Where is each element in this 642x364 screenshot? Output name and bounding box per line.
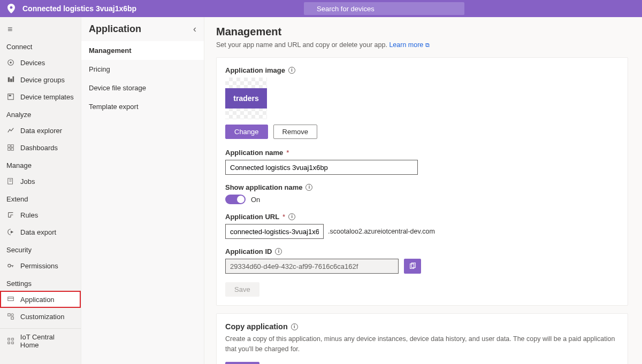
nav-iot-central-home[interactable]: IoT Central Home xyxy=(0,329,81,353)
search-input[interactable] xyxy=(304,2,464,15)
svg-rect-2 xyxy=(8,78,10,82)
app-id-input[interactable] xyxy=(225,259,399,274)
copy-button[interactable]: Copy xyxy=(225,362,259,365)
svg-rect-24 xyxy=(8,342,10,344)
app-url-input[interactable] xyxy=(225,224,324,239)
rules-icon xyxy=(6,211,15,219)
subnav: Application ‹ Management Pricing Device … xyxy=(81,17,204,364)
show-app-name-label: Show application name i xyxy=(225,183,619,191)
nav-label: Device groups xyxy=(20,76,65,84)
required-star: * xyxy=(282,213,285,221)
copy-section-title: Copy application i xyxy=(225,322,619,331)
jobs-icon xyxy=(6,177,15,185)
subnav-management[interactable]: Management xyxy=(81,41,204,60)
app-name-input[interactable] xyxy=(225,160,418,175)
svg-point-1 xyxy=(10,61,12,64)
svg-rect-3 xyxy=(10,79,12,82)
nav-application[interactable]: Application xyxy=(0,291,81,308)
nav-jobs[interactable]: Jobs xyxy=(0,173,81,190)
show-app-name-toggle[interactable] xyxy=(225,195,246,204)
nav-label: Device templates xyxy=(20,93,74,101)
export-icon xyxy=(6,228,15,236)
nav-dashboards[interactable]: Dashboards xyxy=(0,139,81,156)
customize-icon xyxy=(6,312,15,321)
subnav-pricing[interactable]: Pricing xyxy=(81,60,204,79)
copy-section-desc: Create a copy of this application, minus… xyxy=(225,334,619,354)
nav-label: Permissions xyxy=(20,262,58,270)
template-icon xyxy=(6,92,15,101)
nav-data-export[interactable]: Data export xyxy=(0,223,81,241)
nav-label: Rules xyxy=(20,211,38,219)
change-button[interactable]: Change xyxy=(225,125,268,139)
section-security: Security xyxy=(0,241,81,257)
svg-rect-9 xyxy=(8,148,10,150)
toggle-state: On xyxy=(251,196,260,204)
svg-rect-6 xyxy=(9,95,11,97)
svg-rect-10 xyxy=(11,148,13,150)
app-image-content: traders xyxy=(225,88,267,109)
copy-icon xyxy=(409,262,416,270)
nav-label: Customization xyxy=(20,313,64,321)
learn-more-link[interactable]: Learn more xyxy=(389,41,423,49)
section-analyze: Analyze xyxy=(0,105,81,122)
nav-label: Devices xyxy=(20,59,45,67)
nav-device-groups[interactable]: Device groups xyxy=(0,71,81,88)
dashboard-icon xyxy=(6,143,15,152)
subnav-device-file-storage[interactable]: Device file storage xyxy=(81,79,204,97)
subnav-template-export[interactable]: Template export xyxy=(81,97,204,116)
location-pin-icon xyxy=(6,4,16,13)
section-settings: Settings xyxy=(0,274,81,291)
app-url-suffix: .scootaloo2.azureiotcentral-dev.com xyxy=(328,228,435,235)
line-chart-icon xyxy=(6,126,15,135)
copy-card: Copy application i Create a copy of this… xyxy=(216,313,628,364)
page-subtitle: Set your app name and URL and copy or de… xyxy=(216,41,630,49)
nav-data-explorer[interactable]: Data explorer xyxy=(0,122,81,139)
chevron-left-icon[interactable]: ‹ xyxy=(193,24,196,35)
app-icon xyxy=(6,295,15,304)
nav-label: Data explorer xyxy=(20,127,62,135)
app-image-label: Application image i xyxy=(225,66,619,74)
nav-rules[interactable]: Rules xyxy=(0,206,81,223)
svg-rect-5 xyxy=(8,94,14,100)
nav-devices[interactable]: Devices xyxy=(0,54,81,71)
svg-rect-20 xyxy=(11,317,13,319)
remove-button[interactable]: Remove xyxy=(273,125,317,139)
section-connect: Connect xyxy=(0,37,81,54)
nav-label: Dashboards xyxy=(20,144,58,152)
subnav-title: Application xyxy=(89,24,141,35)
groups-icon xyxy=(6,75,15,84)
section-manage: Manage xyxy=(0,156,81,173)
hamburger-icon[interactable]: ≡ xyxy=(0,21,81,37)
sidebar: ≡ Connect Devices Device groups Device t… xyxy=(0,17,81,364)
svg-rect-4 xyxy=(13,76,14,82)
app-name-label: Application name * xyxy=(225,149,619,157)
info-icon[interactable]: i xyxy=(305,184,312,191)
app-url-label: Application URL * i xyxy=(225,213,619,221)
info-icon[interactable]: i xyxy=(288,67,295,74)
info-icon[interactable]: i xyxy=(288,213,295,220)
nav-permissions[interactable]: Permissions xyxy=(0,257,81,274)
info-icon[interactable]: i xyxy=(275,248,282,255)
svg-rect-19 xyxy=(8,314,10,316)
app-id-label: Application ID i xyxy=(225,247,619,255)
device-icon xyxy=(6,58,15,67)
page-title: Management xyxy=(216,26,630,38)
svg-point-21 xyxy=(11,314,13,316)
svg-rect-8 xyxy=(11,145,13,147)
app-image: traders xyxy=(225,78,267,119)
nav-customization[interactable]: Customization xyxy=(0,308,81,325)
svg-rect-23 xyxy=(12,338,14,340)
svg-rect-25 xyxy=(12,342,14,344)
nav-label: Application xyxy=(20,296,55,304)
svg-point-14 xyxy=(8,264,11,267)
info-icon[interactable]: i xyxy=(291,323,298,330)
nav-device-templates[interactable]: Device templates xyxy=(0,88,81,105)
nav-label: IoT Central Home xyxy=(20,333,74,349)
app-title: Connected logistics 3vuaj1x6bp xyxy=(22,4,136,13)
nav-label: Jobs xyxy=(20,177,35,185)
subtitle-text: Set your app name and URL and copy or de… xyxy=(216,41,387,49)
copy-id-button[interactable] xyxy=(404,259,421,274)
home-grid-icon xyxy=(6,337,15,345)
svg-rect-17 xyxy=(8,297,14,301)
section-extend: Extend xyxy=(0,190,81,206)
